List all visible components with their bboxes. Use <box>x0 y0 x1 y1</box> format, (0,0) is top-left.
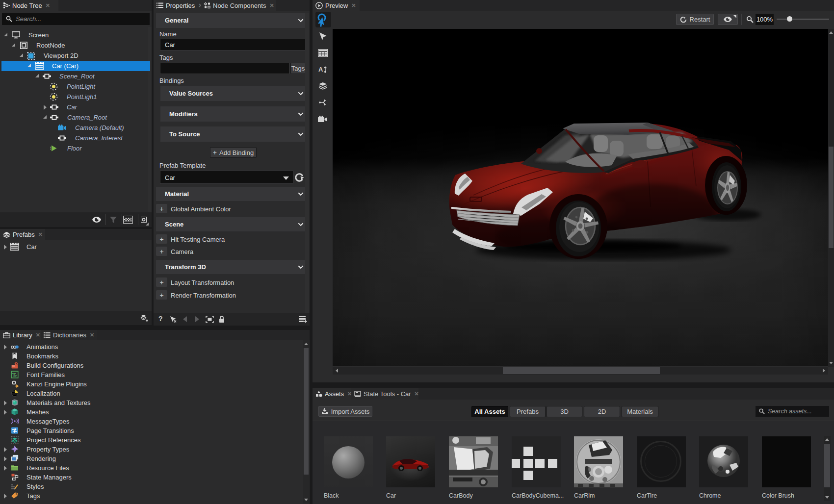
svg-text:A: A <box>318 66 323 73</box>
svg-text:r: r <box>15 374 17 378</box>
